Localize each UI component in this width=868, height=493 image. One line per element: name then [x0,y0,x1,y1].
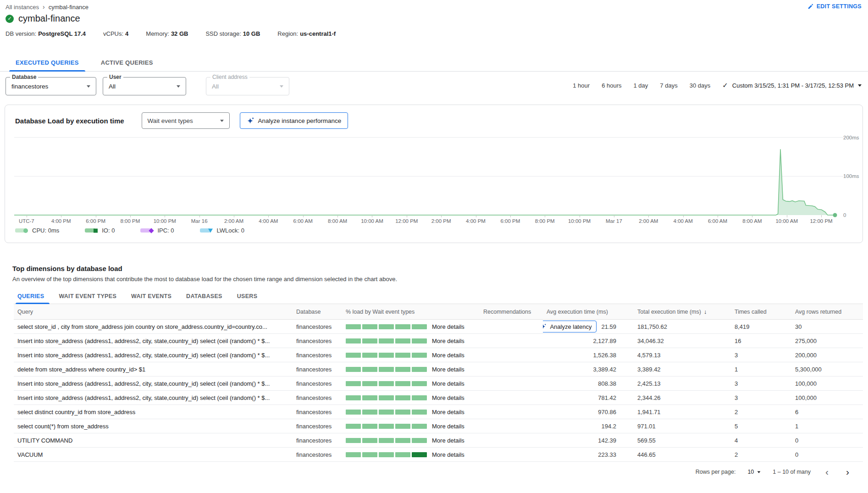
time-range-7-days[interactable]: 7 days [660,82,677,89]
query-cell[interactable]: Insert into store_address (address1, add… [14,338,293,344]
total-execution-time-cell: 2,344.26 [616,394,731,401]
more-details-link[interactable]: More details [432,451,464,458]
x-tick [130,215,131,217]
query-cell[interactable]: Insert into store_address (address1, add… [14,380,293,387]
rows-per-page-select[interactable]: 10 [747,469,761,475]
avg-execution-value: 223.33 [598,451,616,458]
load-bar-segment [379,367,394,372]
load-bar [346,367,427,372]
filter-database[interactable]: Database financestores [6,77,96,95]
x-tick [441,215,442,217]
legend-item[interactable]: CPU: 0ms [15,227,59,234]
next-page-button[interactable]: › [843,467,852,476]
legend-item[interactable]: IO: 0 [85,227,115,234]
more-details-link[interactable]: More details [432,409,464,415]
column-header-7[interactable]: Avg rows returned [791,309,863,315]
load-bar [346,424,427,429]
column-header-5[interactable]: Total execution time (ms)↓ [616,308,731,315]
load-bar-segment [412,381,427,386]
avg-execution-value: 2,127.89 [593,338,616,344]
pagination-range: 1 – 10 of many [773,469,811,475]
x-axis-label: 6:00 AM [708,218,727,224]
query-cell[interactable]: Insert into store_address (address1, add… [14,352,293,359]
analyze-instance-performance-button[interactable]: Analyze instance performance [240,112,348,129]
dimension-tab-databases[interactable]: DATABASES [179,289,230,304]
instance-meta: DB version:PostgreSQL 17.4vCPUs:4Memory:… [6,30,336,37]
column-header-3[interactable]: Recommendations [480,309,543,315]
total-execution-time-cell: 2,425.13 [616,380,731,387]
query-cell[interactable]: select count(*) from store_address [14,423,293,430]
load-bar-segment [379,395,394,400]
page-title: cymbal-finance [18,13,80,24]
top-dimensions-subtitle: An overview of the top dimensions that c… [12,276,397,283]
load-bar-segment [412,438,427,443]
query-cell[interactable]: VACUUM [14,451,293,458]
breadcrumb-parent[interactable]: All instances [6,4,39,11]
time-range-6-hours[interactable]: 6 hours [602,82,621,89]
dimension-tab-queries[interactable]: QUERIES [14,289,51,304]
query-cell[interactable]: Insert into store_address (address1, add… [14,394,293,401]
more-details-link[interactable]: More details [432,352,464,359]
x-tick [407,215,407,217]
column-header-2[interactable]: % load by Wait event types [342,309,480,315]
legend-item[interactable]: IPC: 0 [140,227,174,234]
total-execution-time-cell: 181,750.62 [616,323,731,330]
chart-dimension-select[interactable]: Wait event types [142,112,230,129]
dimension-tab-wait-event-types[interactable]: WAIT EVENT TYPES [51,289,124,304]
load-bar-segment [395,353,410,358]
column-header-1[interactable]: Database [293,309,342,315]
more-details-link[interactable]: More details [432,338,464,344]
time-range-30-days[interactable]: 30 days [690,82,711,89]
more-details-link[interactable]: More details [432,423,464,430]
meta-item: vCPUs:4 [103,30,128,37]
column-header-4[interactable]: Avg execution time (ms) [543,309,616,315]
query-cell[interactable]: delete from store_address where country_… [14,366,293,373]
total-execution-time-cell: 446.65 [616,451,731,458]
load-bar-segment [395,438,410,443]
previous-page-button[interactable]: ‹ [823,467,831,476]
x-tick [683,215,684,217]
query-cell[interactable]: UTILITY COMMAND [14,437,293,444]
more-details-link[interactable]: More details [432,394,464,401]
time-range-1-day[interactable]: 1 day [634,82,648,89]
time-range-custom[interactable]: ✓ Custom 3/15/25, 1:31 PM - 3/17/25, 12:… [722,81,862,89]
table-row: VACUUM financestores More details 223.33… [14,448,863,462]
edit-settings-button[interactable]: EDIT SETTINGS [807,3,862,10]
load-bar-segment [395,324,410,329]
query-cell[interactable]: select store_id , city from store_addres… [14,323,293,330]
tab-executed-queries[interactable]: EXECUTED QUERIES [5,54,90,71]
legend-label: LWLock: 0 [217,227,244,234]
load-bar-segment [412,338,427,343]
table-row: select store_id , city from store_addres… [14,320,863,334]
table-header-row: QueryDatabase% load by Wait event typesR… [14,304,863,320]
dimension-tab-wait-events[interactable]: WAIT EVENTS [124,289,179,304]
time-range-1-hour[interactable]: 1 hour [573,82,590,89]
database-cell: financestores [293,380,342,387]
query-cell[interactable]: select distinct country_id from store_ad… [14,409,293,415]
tab-active-queries[interactable]: ACTIVE QUERIES [90,54,164,71]
filter-user[interactable]: User All [103,77,186,95]
more-details-link[interactable]: More details [432,366,464,373]
column-header-6[interactable]: Times called [731,309,791,315]
x-tick [96,215,96,217]
meta-item: Region:us-central1-f [277,30,336,37]
filter-bar: Database financestores User All Client a… [0,76,547,96]
load-bar-segment [379,338,394,343]
dimension-tab-users[interactable]: USERS [230,289,265,304]
x-tick [61,215,61,217]
avg-rows-returned-cell: 1 [791,423,863,430]
x-axis-label: 2:00 AM [639,218,658,224]
avg-rows-returned-cell: 275,000 [791,338,863,344]
more-details-link[interactable]: More details [432,323,464,330]
x-axis-label: 12:00 PM [395,218,418,224]
times-called-cell: 16 [731,338,791,344]
more-details-link[interactable]: More details [432,380,464,387]
load-cell: More details [342,409,480,415]
column-header-0[interactable]: Query [14,309,293,315]
more-details-link[interactable]: More details [432,437,464,444]
avg-rows-returned-cell: 100,000 [791,394,863,401]
x-tick [303,215,304,217]
legend-item[interactable]: LWLock: 0 [200,227,244,234]
analyze-latency-button[interactable]: Analyze latency [543,321,597,332]
load-bar-segment [395,367,410,372]
